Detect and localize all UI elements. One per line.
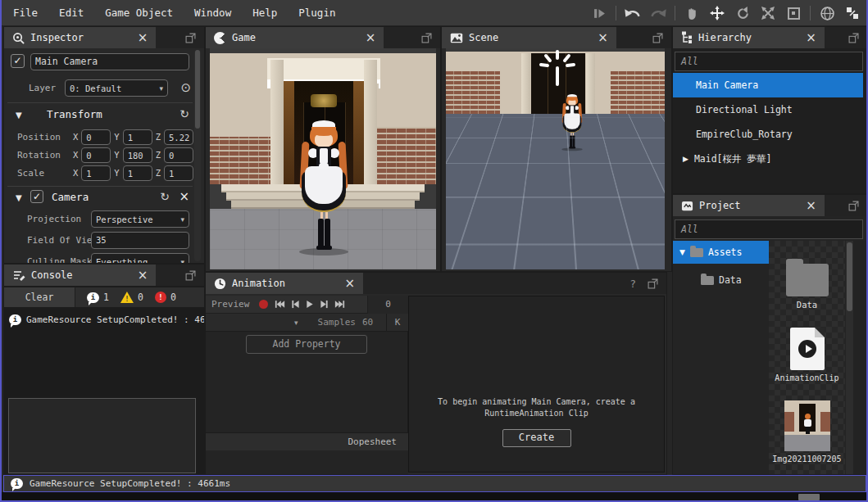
scene-viewport[interactable] [446, 48, 665, 269]
console-log-entry[interactable]: i GameResource SetupCompleted! : 4661ms [7, 310, 204, 328]
project-filter-input[interactable]: All [675, 219, 863, 239]
asset-item-data-folder[interactable]: Data [769, 264, 845, 310]
close-icon[interactable]: × [138, 269, 148, 282]
record-icon[interactable] [259, 300, 268, 309]
undo-icon[interactable] [624, 4, 642, 22]
expand-arrow-icon[interactable]: ▶ [683, 155, 688, 163]
close-icon[interactable]: × [806, 200, 816, 212]
close-icon[interactable]: × [344, 278, 355, 290]
menu-edit[interactable]: Edit [59, 7, 84, 19]
play-step-icon[interactable] [590, 4, 608, 22]
samples-value[interactable]: 60 [362, 317, 373, 328]
maximize-icon[interactable] [185, 33, 196, 43]
maximize-icon[interactable] [848, 201, 859, 211]
skip-end-icon[interactable] [334, 300, 345, 309]
position-x-field[interactable]: 0 [81, 129, 111, 145]
scale-x-field[interactable]: 1 [81, 165, 111, 181]
step-forward-icon[interactable] [320, 300, 329, 309]
position-y-field[interactable]: 1 [123, 129, 152, 145]
step-back-icon[interactable] [291, 300, 300, 309]
dopesheet-tab[interactable]: Dopesheet [206, 432, 408, 450]
chevron-down-icon[interactable]: ▾ [294, 319, 298, 327]
add-property-button[interactable]: Add Property [246, 335, 367, 354]
hierarchy-filter-input[interactable]: All [675, 52, 863, 71]
hierarchy-item-main-camera[interactable]: Main Camera [673, 73, 863, 97]
culling-dropdown[interactable]: Everything ▾ [91, 253, 189, 263]
project-tab[interactable]: Project × [673, 195, 825, 216]
asset-item-animation-clip[interactable]: AnimationClip [769, 328, 845, 382]
collapse-arrow-icon[interactable]: ▼ [679, 248, 685, 256]
menu-plugin[interactable]: Plugin [298, 7, 335, 19]
console-tab[interactable]: Console × [4, 265, 156, 286]
layer-dropdown[interactable]: 0: Default ▾ [65, 79, 168, 97]
game-viewport[interactable] [210, 48, 436, 269]
menu-file[interactable]: File [13, 7, 38, 19]
scale-y-field[interactable]: 1 [123, 165, 152, 181]
camera-reset-icon[interactable]: ↻ [160, 190, 170, 203]
directional-light-gizmo[interactable] [536, 48, 579, 86]
project-scrollbar[interactable] [846, 241, 853, 474]
scale-z-field[interactable]: 1 [164, 165, 193, 181]
maximize-icon[interactable] [652, 33, 663, 43]
rect-tool-icon[interactable] [784, 4, 802, 22]
warning-icon[interactable]: ! [120, 292, 134, 303]
hierarchy-item-empireclub-rotary[interactable]: EmpireClub_Rotary [673, 122, 863, 147]
game-tab[interactable]: Game × [206, 27, 384, 48]
play-icon[interactable] [306, 300, 314, 309]
rotate-tool-icon[interactable] [734, 4, 752, 22]
asset-item-image[interactable]: Img20211007205 [769, 400, 845, 464]
clear-button[interactable]: Clear [4, 287, 75, 307]
rotation-z-field[interactable]: 0 [164, 147, 193, 163]
dopesheet-footer [206, 450, 408, 474]
animation-tab[interactable]: Animation × [206, 273, 363, 294]
position-z-field[interactable]: 5.22 [164, 129, 193, 145]
fov-field[interactable]: 35 [91, 232, 189, 249]
scale-tool-icon[interactable] [759, 4, 777, 22]
maximize-icon[interactable] [848, 33, 859, 43]
projection-dropdown[interactable]: Perspective ▾ [91, 210, 189, 228]
inspector-tab[interactable]: Inspector × [4, 27, 156, 48]
close-icon[interactable]: × [138, 32, 148, 44]
error-icon[interactable]: ! [155, 292, 166, 303]
info-bubble-icon[interactable]: i [87, 292, 99, 303]
tree-item-assets[interactable]: ▼ Assets [673, 241, 769, 264]
hierarchy-item-directional-light[interactable]: Directional Light [673, 97, 863, 122]
rotation-y-field[interactable]: 180 [123, 147, 152, 163]
hierarchy-tab[interactable]: Hierarchy × [673, 27, 825, 48]
preview-button[interactable]: Preview [206, 299, 255, 310]
camera-remove-icon[interactable]: × [179, 189, 189, 204]
transform-collapse-icon[interactable]: ▼ [16, 111, 22, 120]
maximize-icon[interactable] [648, 278, 658, 289]
transform-reset-icon[interactable]: ↻ [180, 107, 189, 120]
add-keyframe-button[interactable]: K [386, 314, 408, 332]
move-tool-icon[interactable] [708, 4, 726, 22]
camera-collapse-icon[interactable]: ▼ [16, 193, 22, 202]
close-icon[interactable]: × [806, 32, 816, 44]
redo-icon[interactable] [649, 4, 667, 22]
scene-tab[interactable]: Scene × [442, 27, 616, 48]
pan-hand-icon[interactable] [683, 4, 701, 22]
globe-icon[interactable] [818, 4, 836, 22]
object-name-field[interactable]: Main Camera [30, 53, 189, 70]
hierarchy-item-maid[interactable]: ▶ Maid[桜井 夢華] [673, 147, 863, 171]
camera-enabled-checkbox[interactable]: ✓ [30, 190, 43, 203]
maximize-icon[interactable] [421, 33, 432, 43]
menu-window[interactable]: Window [194, 7, 231, 19]
inspector-scrollbar[interactable] [194, 50, 201, 261]
active-checkbox[interactable]: ✓ [11, 54, 25, 68]
create-clip-button[interactable]: Create [502, 429, 571, 447]
menu-game-object[interactable]: Game Object [105, 7, 173, 19]
skip-start-icon[interactable] [275, 300, 285, 309]
tree-item-data[interactable]: Data [673, 269, 769, 292]
close-icon[interactable]: × [366, 32, 376, 44]
pivot-toggle-icon[interactable] [843, 4, 861, 22]
close-icon[interactable]: × [598, 32, 608, 44]
brick-wall-right [611, 71, 665, 114]
layer-target-icon[interactable]: ⊙ [180, 80, 191, 95]
help-icon[interactable]: ? [629, 278, 636, 290]
status-bar[interactable]: i GameResource SetupCompleted! : 4661ms [3, 475, 866, 492]
maximize-icon[interactable] [185, 270, 196, 281]
rotation-x-field[interactable]: 0 [81, 147, 111, 163]
menu-help[interactable]: Help [252, 7, 277, 19]
frame-field[interactable]: 0 [367, 296, 408, 314]
